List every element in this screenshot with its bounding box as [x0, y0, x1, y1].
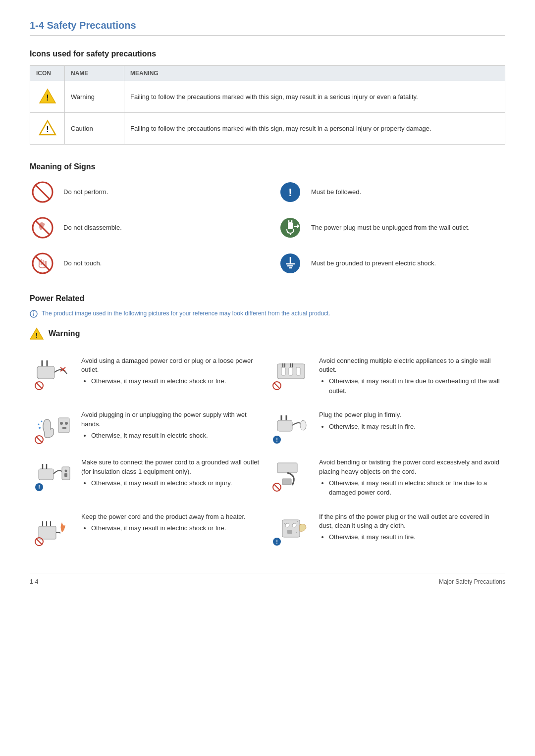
- power-content-wet-hands: Avoid plugging in or unplugging the powe…: [81, 410, 263, 441]
- svg-rect-38: [296, 367, 300, 375]
- no-perform-icon: [30, 179, 55, 205]
- svg-point-45: [39, 427, 41, 429]
- no-disassemble-icon: [30, 215, 55, 241]
- page-title: 1-4 Safety Precautions: [30, 20, 505, 36]
- ground-icon: [277, 251, 303, 276]
- sign-item-no-perform: Do not perform.: [30, 179, 258, 205]
- signs-grid: Do not perform. ! Must be followed.: [30, 179, 505, 276]
- warning-icon-cell: !: [30, 81, 65, 113]
- svg-line-5: [35, 185, 50, 200]
- sign-text-no-touch: Do not touch.: [63, 259, 102, 268]
- power-content-bending-cord: Avoid bending or twisting the power cord…: [319, 458, 500, 498]
- svg-rect-81: [287, 530, 292, 534]
- table-row: ! Caution Failing to follow the precauti…: [30, 113, 505, 145]
- page-footer: 1-4 Major Safety Precautions: [30, 573, 505, 585]
- warning-meaning: Failing to follow the precautions marked…: [124, 81, 505, 113]
- sign-item-ground: Must be grounded to prevent electric sho…: [277, 251, 505, 276]
- svg-point-50: [65, 422, 68, 425]
- svg-rect-69: [282, 479, 291, 485]
- svg-rect-60: [39, 469, 54, 480]
- svg-point-49: [60, 422, 63, 425]
- col-name: NAME: [65, 66, 124, 81]
- svg-line-77: [36, 539, 42, 545]
- table-row: ! Warning Failing to follow the precauti…: [30, 81, 505, 113]
- svg-line-71: [274, 484, 280, 490]
- power-content-grounded: Make sure to connect the power cord to a…: [81, 458, 263, 489]
- svg-rect-51: [62, 427, 66, 429]
- svg-point-47: [41, 421, 43, 422]
- svg-point-83: [297, 521, 298, 522]
- svg-point-57: [300, 420, 306, 430]
- power-item-heater: Keep the power cord and the product away…: [30, 505, 268, 553]
- power-items-grid: Avoid using a damaged power cord or plug…: [30, 350, 505, 553]
- svg-text:!: !: [36, 332, 38, 339]
- sign-item-no-disassemble: Do not disassemble.: [30, 215, 258, 241]
- caution-icon-cell: !: [30, 113, 65, 145]
- no-touch-icon: [30, 251, 55, 276]
- svg-point-80: [292, 523, 296, 527]
- power-note-text: The product image used in the following …: [42, 310, 330, 317]
- sign-text-ground: Must be grounded to prevent electric sho…: [311, 259, 436, 268]
- power-content-plug-firmly: Plug the power plug in firmly. Otherwise…: [319, 410, 500, 432]
- svg-line-44: [274, 383, 280, 389]
- col-meaning: MEANING: [124, 66, 505, 81]
- svg-rect-28: [37, 366, 54, 379]
- power-item-dust-pins: ! If the pins of the power plug or the w…: [268, 505, 505, 553]
- power-content-multiple-appliances: Avoid connecting multiple electric appli…: [319, 356, 500, 397]
- svg-point-64: [65, 470, 67, 472]
- svg-text:!: !: [38, 484, 40, 490]
- power-item-grounded: ! Make sure to connect the power cord to…: [30, 451, 268, 505]
- svg-rect-68: [277, 463, 297, 473]
- svg-rect-11: [288, 222, 293, 229]
- power-section-title: Power Related: [30, 294, 505, 303]
- svg-point-79: [285, 523, 289, 527]
- warning-header-icon: !: [30, 327, 44, 341]
- caution-meaning: Failing to follow the precautions marked…: [124, 113, 505, 145]
- warning-label: Warning: [49, 329, 80, 338]
- svg-rect-36: [281, 367, 285, 375]
- icons-section: Icons used for safety precautions ICON N…: [30, 50, 505, 145]
- power-content-damaged-cord: Avoid using a damaged power cord or plug…: [81, 356, 263, 387]
- note-icon: [30, 310, 38, 318]
- sign-item-unplug: The power plug must be unplugged from th…: [277, 215, 505, 241]
- power-section: Power Related The product image used in …: [30, 294, 505, 553]
- svg-point-46: [38, 424, 40, 425]
- svg-text:!: !: [46, 94, 49, 102]
- sign-text-unplug: The power plug must be unplugged from th…: [311, 223, 470, 232]
- warning-header: ! Warning: [30, 327, 505, 341]
- footer-page-number: 1-4: [30, 578, 38, 585]
- power-item-plug-firmly: ! Plug the power plug in firmly. Otherwi…: [268, 403, 505, 451]
- svg-rect-37: [289, 367, 293, 375]
- footer-section-name: Major Safety Precautions: [439, 578, 505, 585]
- power-content-heater: Keep the power cord and the product away…: [81, 512, 263, 534]
- signs-section-title: Meaning of Signs: [30, 162, 505, 171]
- must-follow-icon: !: [277, 179, 303, 205]
- power-item-bending-cord: Avoid bending or twisting the power cord…: [268, 451, 505, 505]
- svg-text:!: !: [276, 539, 278, 545]
- sign-text-no-disassemble: Do not disassemble.: [63, 223, 122, 232]
- caution-triangle-icon: !: [39, 119, 56, 137]
- svg-rect-65: [64, 473, 67, 477]
- svg-point-82: [284, 523, 285, 524]
- power-item-damaged-cord: Avoid using a damaged power cord or plug…: [30, 350, 268, 403]
- power-note: The product image used in the following …: [30, 310, 505, 318]
- svg-rect-48: [58, 418, 69, 433]
- svg-line-34: [36, 383, 42, 389]
- sign-item-no-touch: Do not touch.: [30, 251, 258, 276]
- unplug-icon: [277, 215, 303, 241]
- sign-item-must-follow: ! Must be followed.: [277, 179, 505, 205]
- warning-triangle-icon: !: [39, 87, 56, 105]
- svg-line-53: [36, 437, 42, 443]
- sign-text-no-perform: Do not perform.: [63, 188, 108, 197]
- power-content-dust-pins: If the pins of the power plug or the wal…: [319, 512, 500, 543]
- svg-text:!: !: [276, 437, 278, 443]
- caution-name: Caution: [65, 113, 124, 145]
- icons-table: ICON NAME MEANING ! Warning Failing to f…: [30, 65, 505, 145]
- sign-text-must-follow: Must be followed.: [311, 188, 361, 197]
- power-item-multiple-appliances: Avoid connecting multiple electric appli…: [268, 350, 505, 403]
- col-icon: ICON: [30, 66, 65, 81]
- icons-section-title: Icons used for safety precautions: [30, 50, 505, 58]
- warning-name: Warning: [65, 81, 124, 113]
- svg-line-17: [35, 256, 50, 271]
- svg-text:!: !: [288, 186, 292, 199]
